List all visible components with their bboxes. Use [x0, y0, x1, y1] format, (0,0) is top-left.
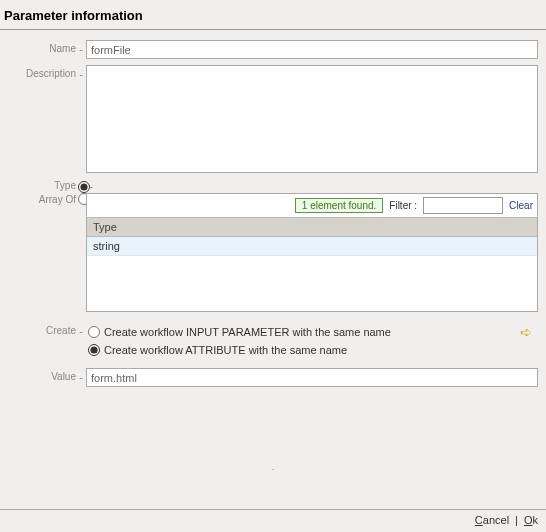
filter-input[interactable]	[423, 197, 503, 214]
type-item-string[interactable]: string	[87, 237, 537, 256]
footer-bar: Cancel | Ok	[0, 509, 546, 532]
clear-link[interactable]: Clear	[509, 200, 533, 211]
create-option-attribute[interactable]: Create workflow ATTRIBUTE with the same …	[86, 342, 538, 358]
ok-button[interactable]: Ok	[524, 514, 538, 526]
row-name: Name -	[8, 40, 538, 59]
create-radio-input[interactable]	[88, 326, 100, 338]
filter-label: Filter :	[389, 200, 417, 211]
row-description: Description -	[8, 65, 538, 173]
cancel-button[interactable]: Cancel	[475, 514, 509, 526]
type-topbar: 1 element found. Filter : Clear	[87, 194, 537, 217]
row-array-of: Array Of 1 element found. Filter : Clear…	[8, 191, 538, 312]
label-type: Type	[8, 179, 76, 191]
label-description: Description	[8, 65, 76, 79]
label-create: Create	[8, 322, 76, 336]
row-value: Value -	[8, 368, 538, 387]
type-panel: 1 element found. Filter : Clear Type str…	[86, 193, 538, 312]
dialog-title: Parameter information	[0, 0, 546, 30]
name-input[interactable]	[86, 40, 538, 59]
create-label-input: Create workflow INPUT PARAMETER with the…	[104, 326, 391, 338]
label-name: Name	[8, 40, 76, 54]
label-array-of: Array Of	[8, 191, 76, 205]
value-input[interactable]	[86, 368, 538, 387]
arrow-right-icon[interactable]: ➪	[520, 324, 532, 340]
type-column-header: Type	[87, 217, 537, 237]
create-radio-attribute[interactable]	[88, 344, 100, 356]
create-label-attribute: Create workflow ATTRIBUTE with the same …	[104, 344, 347, 356]
form-area: Name - Description - Type - Array Of 1 e…	[0, 30, 546, 403]
type-list[interactable]: string	[87, 237, 537, 311]
create-option-input[interactable]: Create workflow INPUT PARAMETER with the…	[86, 322, 538, 342]
row-create: Create - Create workflow INPUT PARAMETER…	[8, 322, 538, 358]
description-textarea[interactable]	[86, 65, 538, 173]
found-badge: 1 element found.	[295, 198, 384, 213]
label-value: Value	[8, 368, 76, 382]
